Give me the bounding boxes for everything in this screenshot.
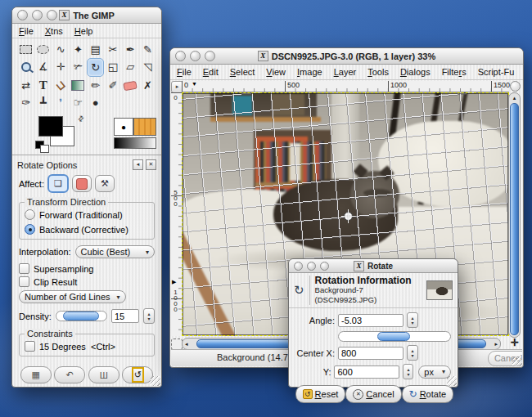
center-x-input[interactable]: [338, 347, 404, 360]
radio-backward-row[interactable]: Backward (Corrective): [25, 224, 149, 235]
vertical-scrollbar[interactable]: ▴: [508, 92, 521, 338]
tool-scale[interactable]: ◱: [104, 58, 121, 75]
delete-options-button[interactable]: Ш: [88, 366, 119, 383]
grid-mode-dropdown[interactable]: Number of Grid Lines ▾: [19, 290, 126, 303]
menu-xtns[interactable]: Xtns: [45, 26, 63, 36]
zoom-fit-toggle[interactable]: [510, 81, 521, 92]
center-y-input[interactable]: [334, 365, 399, 379]
menu-select[interactable]: Select: [230, 67, 255, 77]
resize-grip[interactable]: [512, 356, 522, 366]
tool-paths[interactable]: ✒: [122, 41, 139, 58]
tool-shear[interactable]: ▱: [122, 58, 139, 75]
angle-input[interactable]: [338, 314, 404, 327]
shade-panel-icon[interactable]: ◂: [133, 159, 143, 170]
zoom-window-button[interactable]: [205, 51, 215, 61]
fifteen-degrees-checkbox[interactable]: [25, 341, 35, 352]
vertical-scroll-thumb[interactable]: [510, 103, 519, 335]
spin-down-icon[interactable]: ▾: [411, 353, 413, 358]
pattern-preview[interactable]: [133, 118, 156, 136]
gradient-preview[interactable]: [114, 137, 156, 149]
cancel-button[interactable]: ✕ Cancel: [345, 385, 401, 403]
menu-layer[interactable]: Layer: [334, 67, 357, 77]
spin-down-icon[interactable]: ▾: [407, 372, 409, 377]
quick-mask-toggle[interactable]: [171, 339, 183, 350]
close-button[interactable]: [17, 10, 28, 20]
affect-path-button[interactable]: ⚒: [95, 175, 115, 192]
tool-ellipse-select[interactable]: [34, 41, 52, 58]
angle-slider[interactable]: [338, 331, 451, 342]
zoom-window-button[interactable]: [320, 262, 329, 271]
default-colors-icon[interactable]: [40, 145, 49, 153]
tool-ink[interactable]: ✑: [17, 94, 34, 111]
menu-edit[interactable]: Edit: [203, 67, 219, 77]
tool-pencil[interactable]: ✏: [87, 77, 104, 94]
affect-layer-button[interactable]: ❏: [47, 174, 69, 193]
interpolation-dropdown[interactable]: Cubic (Best) ▾: [75, 245, 155, 258]
supersampling-checkbox[interactable]: [19, 263, 29, 274]
radio-forward-row[interactable]: Forward (Traditional): [25, 209, 149, 220]
tool-flip[interactable]: ⇄: [17, 77, 34, 94]
clip-result-checkbox[interactable]: [19, 276, 29, 287]
density-slider[interactable]: [56, 311, 107, 321]
close-button[interactable]: [175, 51, 186, 61]
horizontal-ruler[interactable]: 0 500 1000 1500: [182, 81, 509, 92]
minimize-button[interactable]: [307, 262, 316, 271]
resize-grip[interactable]: [447, 376, 457, 386]
menu-filters[interactable]: Filters: [442, 67, 467, 77]
tool-paintbrush[interactable]: ✐: [104, 77, 121, 94]
density-stepper[interactable]: ▴▾: [143, 308, 155, 324]
restore-options-button[interactable]: ↶: [54, 366, 85, 383]
menu-file[interactable]: File: [177, 67, 192, 77]
tool-measure[interactable]: ∡: [34, 58, 52, 75]
menu-help[interactable]: Help: [74, 26, 93, 36]
density-input[interactable]: [111, 309, 139, 323]
tool-move[interactable]: ✛: [52, 58, 70, 75]
tool-gradient[interactable]: [70, 77, 87, 94]
backward-radio[interactable]: [25, 224, 35, 235]
constraint-row[interactable]: 15 Degrees <Ctrl>: [25, 341, 149, 352]
toolbox-titlebar[interactable]: XThe GIMP: [12, 7, 161, 24]
supersampling-row[interactable]: Supersampling: [12, 261, 161, 276]
minimize-button[interactable]: [190, 51, 201, 61]
tool-airbrush[interactable]: ✗: [139, 77, 156, 94]
tool-text[interactable]: T: [34, 77, 52, 94]
tool-perspective[interactable]: ◹: [139, 58, 156, 75]
menu-script-fu[interactable]: Script-Fu: [478, 67, 515, 77]
tool-rotate-selected[interactable]: ↻: [87, 58, 104, 77]
spin-down-icon[interactable]: ▾: [411, 321, 413, 325]
center-x-stepper[interactable]: ▴▾: [407, 345, 418, 361]
angle-stepper[interactable]: ▴▾: [407, 312, 418, 328]
vertical-ruler[interactable]: 0 500 1000: [171, 92, 183, 336]
affect-selection-button[interactable]: [72, 175, 92, 192]
tool-zoom[interactable]: [17, 58, 34, 75]
spin-down-icon[interactable]: ▾: [147, 316, 150, 321]
menu-dialogs[interactable]: Dialogs: [400, 67, 431, 77]
resize-grip[interactable]: [151, 376, 160, 386]
zoom-window-button[interactable]: [47, 10, 57, 20]
tool-smudge[interactable]: ☞: [70, 94, 87, 111]
scroll-right-icon[interactable]: ▸: [494, 340, 498, 348]
menu-image[interactable]: Image: [297, 67, 322, 77]
center-y-stepper[interactable]: ▴▾: [403, 364, 413, 379]
tool-bucket-fill[interactable]: ⊔: [52, 77, 70, 94]
tool-color-picker[interactable]: ✎: [139, 41, 156, 58]
menu-file[interactable]: File: [19, 26, 34, 36]
tool-blur[interactable]: ❜: [52, 94, 70, 111]
tool-fuzzy-select[interactable]: ✦: [70, 41, 87, 58]
swap-colors-icon[interactable]: ⇄: [76, 114, 86, 123]
density-slider-thumb[interactable]: [63, 312, 99, 321]
tool-rect-select[interactable]: [17, 41, 34, 58]
forward-radio[interactable]: [25, 209, 35, 220]
angle-slider-thumb[interactable]: [377, 332, 410, 341]
scroll-left-icon[interactable]: ◂: [185, 340, 188, 348]
tool-dodge-burn[interactable]: ●: [87, 94, 104, 111]
rotate-dialog-titlebar[interactable]: XRotate: [289, 259, 458, 273]
pan-navigation-button[interactable]: ✛: [509, 337, 521, 348]
rotate-button[interactable]: ↻ Rotate: [402, 385, 454, 403]
close-button[interactable]: [294, 262, 303, 271]
minimize-button[interactable]: [32, 10, 43, 20]
tool-eraser[interactable]: [122, 77, 139, 94]
menu-tools[interactable]: Tools: [367, 67, 389, 77]
image-window-titlebar[interactable]: XDSCN9925.JPG-3.0 (RGB, 1 layer) 33%: [170, 48, 523, 65]
clip-result-row[interactable]: Clip Result: [12, 276, 161, 289]
